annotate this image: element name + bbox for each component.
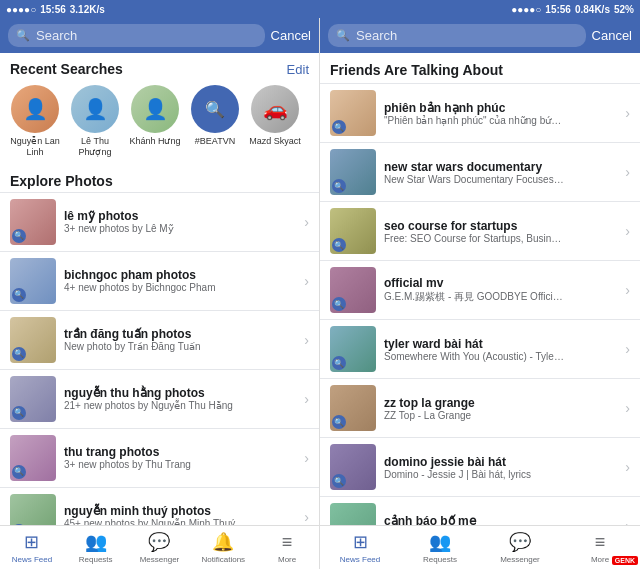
recent-avatar-1: 👤 <box>71 85 119 133</box>
recent-item-3[interactable]: 🔍 #BEATVN <box>188 85 242 158</box>
explore-badge-4: 🔍 <box>12 465 26 479</box>
more-icon: ≡ <box>282 532 293 553</box>
left-tab-messenger[interactable]: 💬 Messenger <box>128 526 192 569</box>
explore-sub-2: New photo by Trần Đăng Tuấn <box>64 341 304 352</box>
explore-name-5: nguyễn minh thuý photos <box>64 504 304 518</box>
right-tab-news-feed[interactable]: ⊞ News Feed <box>320 526 400 569</box>
network-left: 3.12K/s <box>70 4 105 15</box>
right-messenger-label: Messenger <box>500 555 540 564</box>
friends-item-7[interactable]: 🔍 cảnh báo bố mẹ Cảnh báo bố mẹ: 6 tình … <box>320 496 640 525</box>
explore-chevron-2: › <box>304 332 309 348</box>
explore-item-2[interactable]: 🔍 trần đăng tuấn photos New photo by Trầ… <box>0 310 319 369</box>
left-tab-news-feed[interactable]: ⊞ News Feed <box>0 526 64 569</box>
friends-sub-6: Domino - Jessie J | Bài hát, lyrics <box>384 469 564 480</box>
right-tab-messenger[interactable]: 💬 Messenger <box>480 526 560 569</box>
friends-name-0: phiên bản hạnh phúc <box>384 101 625 115</box>
friends-sub-5: ZZ Top - La Grange <box>384 410 564 421</box>
carrier-right: ●●●●○ <box>511 4 541 15</box>
explore-thumb-1: 🔍 <box>10 258 56 304</box>
friends-name-3: official mv <box>384 276 625 290</box>
left-cancel-button[interactable]: Cancel <box>271 28 311 43</box>
friends-thumb-1: 🔍 <box>330 149 376 195</box>
explore-badge-1: 🔍 <box>12 288 26 302</box>
right-search-input-wrap[interactable]: 🔍 Search <box>328 24 586 47</box>
friends-item-6[interactable]: 🔍 domino jessie bài hát Domino - Jessie … <box>320 437 640 496</box>
right-tab-requests[interactable]: 👥 Requests <box>400 526 480 569</box>
friends-talking-title: Friends Are Talking About <box>330 62 503 78</box>
explore-sub-3: 21+ new photos by Nguyễn Thu Hằng <box>64 400 304 411</box>
friends-chevron-6: › <box>625 459 630 475</box>
explore-thumb-3: 🔍 <box>10 376 56 422</box>
explore-name-2: trần đăng tuấn photos <box>64 327 304 341</box>
left-tab-more[interactable]: ≡ More <box>255 526 319 569</box>
recent-avatar-3: 🔍 <box>191 85 239 133</box>
right-more-label: More <box>591 555 609 564</box>
explore-photos-header: Explore Photos <box>0 166 319 192</box>
recent-items-list: 👤 Nguyễn Lan Linh 👤 Lê Thu Phượng 👤 Khán… <box>8 85 311 158</box>
genk-badge: GENK <box>612 556 638 565</box>
explore-item-5[interactable]: 🔍 nguyễn minh thuý photos 45+ new photos… <box>0 487 319 525</box>
left-search-input-wrap[interactable]: 🔍 Search <box>8 24 265 47</box>
explore-item-1[interactable]: 🔍 bichngoc pham photos 4+ new photos by … <box>0 251 319 310</box>
friends-thumb-0: 🔍 <box>330 90 376 136</box>
right-requests-label: Requests <box>423 555 457 564</box>
time-left: 15:56 <box>40 4 66 15</box>
recent-name-2: Khánh Hưng <box>129 136 180 147</box>
right-tab-more[interactable]: ≡ More GENK <box>560 526 640 569</box>
messenger-icon: 💬 <box>148 531 170 553</box>
recent-item-4[interactable]: 🚗 Mazd Skyact <box>248 85 302 158</box>
friends-thumb-3: 🔍 <box>330 267 376 313</box>
explore-photos-title: Explore Photos <box>10 173 113 189</box>
explore-sub-1: 4+ new photos by Bichngoc Pham <box>64 282 304 293</box>
explore-info-1: bichngoc pham photos 4+ new photos by Bi… <box>64 268 304 293</box>
recent-searches-edit[interactable]: Edit <box>287 62 309 77</box>
recent-item-2[interactable]: 👤 Khánh Hưng <box>128 85 182 158</box>
friends-chevron-0: › <box>625 105 630 121</box>
friends-item-2[interactable]: 🔍 seo course for startups Free: SEO Cour… <box>320 201 640 260</box>
explore-info-3: nguyễn thu hằng photos 21+ new photos by… <box>64 386 304 411</box>
explore-item-3[interactable]: 🔍 nguyễn thu hằng photos 21+ new photos … <box>0 369 319 428</box>
explore-item-4[interactable]: 🔍 thu trang photos 3+ new photos by Thu … <box>0 428 319 487</box>
more-label: More <box>278 555 296 564</box>
friends-chevron-7: › <box>625 518 630 525</box>
friends-info-7: cảnh báo bố mẹ Cảnh báo bố mẹ: 6 tình hu… <box>384 514 625 526</box>
left-search-placeholder: Search <box>36 28 77 43</box>
friends-info-2: seo course for startups Free: SEO Course… <box>384 219 625 244</box>
news-feed-label: News Feed <box>12 555 52 564</box>
friends-info-1: new star wars documentary New Star Wars … <box>384 160 625 185</box>
explore-badge-2: 🔍 <box>12 347 26 361</box>
right-cancel-button[interactable]: Cancel <box>592 28 632 43</box>
explore-sub-5: 45+ new photos by Nguyễn Minh Thuý <box>64 518 304 525</box>
left-tab-notifications[interactable]: 🔔 Notifications <box>191 526 255 569</box>
recent-name-3: #BEATVN <box>195 136 235 147</box>
explore-badge-0: 🔍 <box>12 229 26 243</box>
explore-chevron-0: › <box>304 214 309 230</box>
explore-item-0[interactable]: 🔍 lê mỹ photos 3+ new photos by Lê Mỹ › <box>0 192 319 251</box>
left-tab-requests[interactable]: 👥 Requests <box>64 526 128 569</box>
carrier-left: ●●●●○ <box>6 4 36 15</box>
recent-name-4: Mazd Skyact <box>249 136 301 147</box>
explore-sub-4: 3+ new photos by Thu Trang <box>64 459 304 470</box>
recent-item-1[interactable]: 👤 Lê Thu Phượng <box>68 85 122 158</box>
friends-chevron-3: › <box>625 282 630 298</box>
recent-searches-header: Recent Searches Edit <box>0 53 319 81</box>
right-news-feed-label: News Feed <box>340 555 380 564</box>
right-requests-icon: 👥 <box>429 531 451 553</box>
right-search-icon: 🔍 <box>336 29 350 42</box>
explore-name-1: bichngoc pham photos <box>64 268 304 282</box>
friends-badge-6: 🔍 <box>332 474 346 488</box>
explore-badge-5: 🔍 <box>12 524 26 525</box>
friends-item-3[interactable]: 🔍 official mv G.E.M.踢紫棋 - 再見 GOODBYE Off… <box>320 260 640 319</box>
explore-chevron-3: › <box>304 391 309 407</box>
friends-name-2: seo course for startups <box>384 219 625 233</box>
recent-name-1: Lê Thu Phượng <box>68 136 122 158</box>
explore-name-4: thu trang photos <box>64 445 304 459</box>
friends-item-5[interactable]: 🔍 zz top la grange ZZ Top - La Grange › <box>320 378 640 437</box>
recent-avatar-4: 🚗 <box>251 85 299 133</box>
friends-item-4[interactable]: 🔍 tyler ward bài hát Somewhere With You … <box>320 319 640 378</box>
friends-item-1[interactable]: 🔍 new star wars documentary New Star War… <box>320 142 640 201</box>
recent-item-0[interactable]: 👤 Nguyễn Lan Linh <box>8 85 62 158</box>
friends-item-0[interactable]: 🔍 phiên bản hạnh phúc "Phiên bản hạnh ph… <box>320 83 640 142</box>
friends-name-1: new star wars documentary <box>384 160 625 174</box>
friends-info-0: phiên bản hạnh phúc "Phiên bản hạnh phúc… <box>384 101 625 126</box>
